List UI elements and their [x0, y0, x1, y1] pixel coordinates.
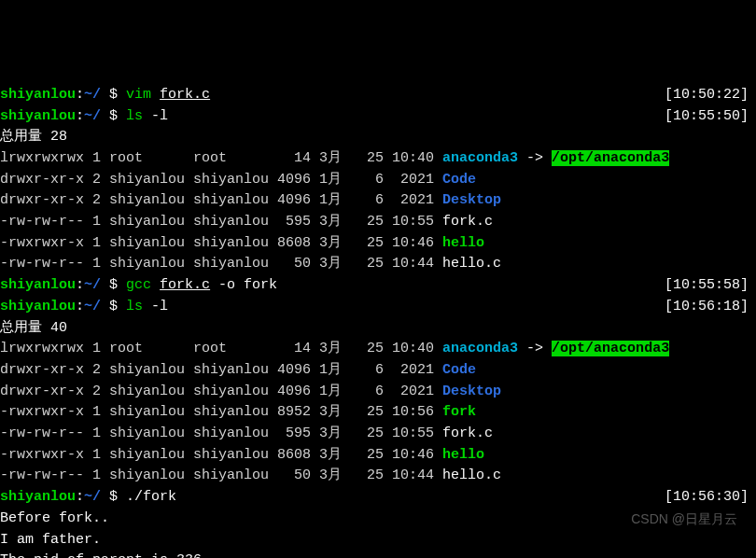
prompt-line[interactable]: shiyanlou:~/ $ ./fork[10:56:30] — [0, 487, 756, 509]
file-name: fork.c — [442, 214, 493, 230]
ls-row: drwxr-xr-x 2 shiyanlou shiyanlou 4096 1月… — [0, 170, 756, 191]
prompt-line[interactable]: shiyanlou:~/ $ gcc fork.c -o fork[10:55:… — [0, 275, 756, 297]
watermark: CSDN @日星月云 — [631, 509, 737, 530]
ls-row: lrwxrwxrwx 1 root root 14 3月 25 10:40 an… — [0, 148, 756, 170]
timestamp: [10:56:18] — [665, 297, 756, 318]
file-name: hello.c — [442, 256, 501, 272]
terminal-output[interactable]: shiyanlou:~/ $ vim fork.c[10:50:22]shiya… — [0, 85, 756, 558]
timestamp: [10:50:22] — [665, 85, 756, 106]
file-name: anaconda3 — [442, 341, 518, 356]
ls-row: -rw-rw-r-- 1 shiyanlou shiyanlou 595 3月 … — [0, 212, 756, 233]
file-name: Desktop — [442, 384, 501, 399]
program-output: I am father. — [0, 530, 756, 551]
file-name: Code — [442, 362, 476, 378]
file-name: hello — [442, 447, 484, 463]
user: shiyanlou — [0, 489, 76, 505]
ls-row: lrwxrwxrwx 1 root root 14 3月 25 10:40 an… — [0, 339, 756, 360]
cwd: ~/ — [84, 489, 101, 505]
cwd: ~/ — [84, 87, 101, 103]
timestamp: [10:55:50] — [665, 106, 756, 128]
file-name: anaconda3 — [442, 150, 518, 166]
ls-row: -rwxrwxr-x 1 shiyanlou shiyanlou 8608 3月… — [0, 233, 756, 255]
file-name: Code — [442, 172, 476, 188]
symlink-target: /opt/anaconda3 — [552, 150, 669, 166]
ls-row: drwxr-xr-x 2 shiyanlou shiyanlou 4096 1月… — [0, 360, 756, 382]
file-name: Desktop — [442, 192, 501, 208]
user: shiyanlou — [0, 87, 76, 103]
timestamp: [10:55:58] — [665, 275, 756, 297]
ls-row: drwxr-xr-x 2 shiyanlou shiyanlou 4096 1月… — [0, 190, 756, 212]
total-line: 总用量 40 — [0, 318, 756, 340]
cwd: ~/ — [84, 108, 101, 124]
ls-row: -rw-rw-r-- 1 shiyanlou shiyanlou 50 3月 2… — [0, 466, 756, 487]
file-name: fork — [442, 404, 476, 420]
cwd: ~/ — [84, 299, 101, 314]
prompt-line[interactable]: shiyanlou:~/ $ ls -l[10:56:18] — [0, 297, 756, 318]
total-line: 总用量 28 — [0, 127, 756, 148]
file-name: hello.c — [442, 467, 501, 483]
file-name: hello — [442, 235, 484, 251]
timestamp: [10:56:30] — [665, 487, 756, 509]
symlink-target: /opt/anaconda3 — [552, 341, 669, 356]
ls-row: drwxr-xr-x 2 shiyanlou shiyanlou 4096 1月… — [0, 382, 756, 403]
ls-row: -rw-rw-r-- 1 shiyanlou shiyanlou 595 3月 … — [0, 424, 756, 445]
ls-row: -rwxrwxr-x 1 shiyanlou shiyanlou 8952 3月… — [0, 402, 756, 424]
prompt-line[interactable]: shiyanlou:~/ $ vim fork.c[10:50:22] — [0, 85, 756, 106]
user: shiyanlou — [0, 299, 76, 314]
user: shiyanlou — [0, 108, 76, 124]
cwd: ~/ — [84, 277, 101, 293]
prompt-line[interactable]: shiyanlou:~/ $ ls -l[10:55:50] — [0, 106, 756, 128]
program-output: The pid of parent is 336 — [0, 551, 756, 558]
ls-row: -rw-rw-r-- 1 shiyanlou shiyanlou 50 3月 2… — [0, 254, 756, 275]
user: shiyanlou — [0, 277, 76, 293]
ls-row: -rwxrwxr-x 1 shiyanlou shiyanlou 8608 3月… — [0, 445, 756, 467]
file-name: fork.c — [442, 425, 493, 441]
